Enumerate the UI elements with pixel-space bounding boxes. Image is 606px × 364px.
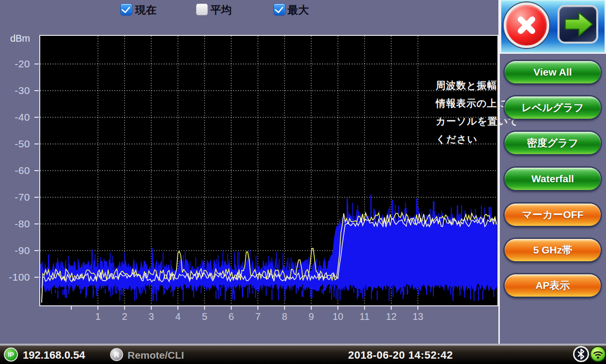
axis-tick-label: -90 xyxy=(2,245,30,256)
checkbox-average-box[interactable] xyxy=(196,3,208,16)
checkbox-max-label: 最大 xyxy=(287,3,309,17)
sidebar-button-view-all[interactable]: View All xyxy=(505,61,601,83)
axis-tick-mark xyxy=(337,306,338,310)
axis-tick-mark xyxy=(34,277,39,278)
axis-tick-label: 5 xyxy=(197,311,212,322)
checkbox-current-box[interactable] xyxy=(120,3,132,16)
axis-tick-mark xyxy=(97,306,98,310)
spectrum-chart[interactable] xyxy=(40,36,497,305)
axis-tick-mark xyxy=(204,306,205,310)
axis-tick-label: 9 xyxy=(303,311,319,322)
spectrum-plot-area[interactable]: 周波数と振幅 情報表示の上に カーソルを置いて ください xyxy=(39,35,498,306)
axis-tick-label: -60 xyxy=(2,165,30,176)
axis-tick-label: 6 xyxy=(223,311,239,322)
sidebar-button-level-graph[interactable]: レベルグラフ xyxy=(505,96,601,119)
axis-tick-mark xyxy=(311,306,312,310)
sidebar-button-marker-off[interactable]: マーカーOFF xyxy=(505,204,601,226)
axis-tick-mark xyxy=(257,306,258,310)
axis-tick-mark xyxy=(391,306,392,310)
datetime-label: 2018-06-20 14:52:42 xyxy=(348,349,453,362)
axis-tick-mark xyxy=(34,170,39,171)
axis-tick-label: 10 xyxy=(330,311,346,322)
arrow-right-icon xyxy=(559,7,596,42)
remote-badge-icon: R xyxy=(110,348,123,361)
checkbox-max-box[interactable] xyxy=(273,3,286,16)
axis-tick-mark xyxy=(284,306,285,310)
axis-tick-label: -80 xyxy=(2,218,30,230)
wifi-icon xyxy=(590,346,606,362)
axis-tick-label: 3 xyxy=(144,311,159,322)
sidebar-button-waterfall[interactable]: Waterfall xyxy=(505,168,601,190)
axis-tick-mark xyxy=(34,223,39,224)
status-bar: IP 192.168.0.54 R Remote/CLI 2018-06-20 … xyxy=(0,344,606,364)
check-icon xyxy=(274,4,284,13)
axis-tick-mark xyxy=(34,197,39,198)
axis-tick-label: -30 xyxy=(2,85,30,96)
check-icon xyxy=(121,4,130,13)
axis-tick-mark xyxy=(34,143,39,144)
axis-tick-label: 2 xyxy=(117,311,132,322)
axis-tick-label: -100 xyxy=(2,271,30,283)
axis-tick-label: 4 xyxy=(170,311,186,322)
axis-tick-label: 11 xyxy=(357,311,372,322)
ip-address: 192.168.0.54 xyxy=(23,349,85,362)
checkbox-average-label: 平均 xyxy=(210,3,232,17)
ip-badge-icon: IP xyxy=(4,348,18,362)
axis-tick-label: 7 xyxy=(250,311,266,322)
axis-tick-mark xyxy=(177,306,178,310)
bluetooth-icon xyxy=(573,346,589,362)
mode-label: Remote/CLI xyxy=(128,349,184,361)
axis-tick-mark xyxy=(34,117,39,118)
close-button[interactable] xyxy=(504,2,549,48)
axis-tick-label: 12 xyxy=(383,311,399,322)
axis-tick-mark xyxy=(34,63,39,64)
axis-tick-label: -50 xyxy=(2,138,30,150)
axis-tick-mark xyxy=(34,250,39,251)
sidebar-button-5ghz-band[interactable]: 5 GHz帯 xyxy=(505,239,601,261)
axis-tick-label: 1 xyxy=(90,311,106,322)
axis-tick-mark xyxy=(417,306,418,310)
axis-tick-mark xyxy=(364,306,365,310)
sidebar-top-panel xyxy=(500,0,606,54)
y-axis-unit-label: dBm xyxy=(7,33,30,44)
axis-tick-label: 13 xyxy=(410,311,426,322)
axis-tick-label: -20 xyxy=(2,58,30,70)
axis-tick-mark xyxy=(124,306,125,310)
axis-tick-label: -70 xyxy=(2,191,30,203)
axis-tick-mark xyxy=(151,306,152,310)
next-page-button[interactable] xyxy=(558,5,598,44)
axis-tick-mark xyxy=(231,306,232,310)
checkbox-current-label: 現在 xyxy=(135,3,157,17)
sidebar-button-density-graph[interactable]: 密度グラフ xyxy=(505,132,601,154)
axis-tick-label: 8 xyxy=(277,311,292,322)
sidebar-button-ap-display[interactable]: AP表示 xyxy=(505,274,601,297)
axis-tick-mark xyxy=(34,90,39,91)
axis-tick-label: -40 xyxy=(2,111,30,123)
axis-tick-mark xyxy=(71,306,72,310)
